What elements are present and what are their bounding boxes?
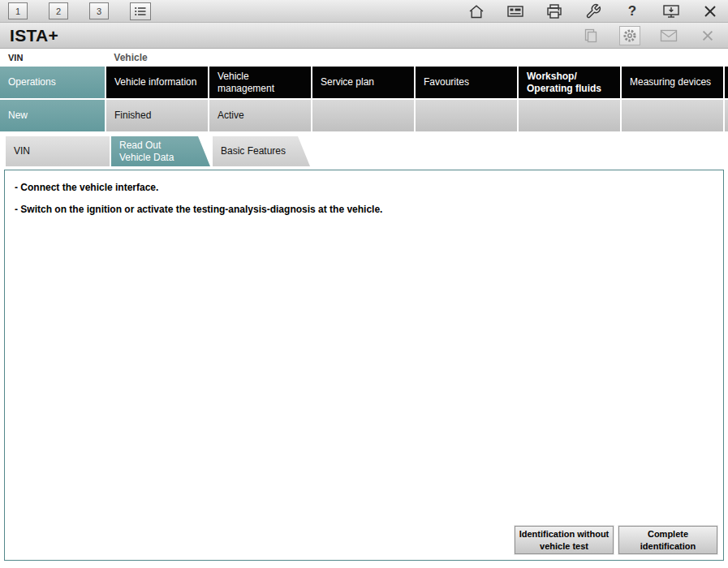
mail-icon[interactable] xyxy=(658,26,679,45)
page-2-button[interactable]: 2 xyxy=(49,2,68,19)
tab-measuring-devices[interactable]: Measuring devices xyxy=(622,67,723,98)
app-title: ISTA+ xyxy=(10,26,58,45)
primary-tab-bar: Operations Vehicle information Vehicle m… xyxy=(0,67,728,98)
close-window-icon[interactable] xyxy=(697,26,718,45)
tab-vehicle-management[interactable]: Vehicle management xyxy=(209,67,311,98)
tab-favourites[interactable]: Favourites xyxy=(416,67,517,98)
gear-icon[interactable] xyxy=(619,26,640,45)
copy-pages-icon[interactable] xyxy=(580,26,601,45)
ista-window: 1 2 3 xyxy=(0,0,728,568)
secondary-tab-empty-4 xyxy=(622,100,723,131)
vin-label: VIN xyxy=(8,53,23,62)
wrench-icon[interactable] xyxy=(584,2,603,21)
instruction-line-1: - Connect the vehicle interface. xyxy=(15,182,713,193)
close-icon[interactable] xyxy=(700,2,720,21)
identification-without-vehicle-test-button[interactable]: Identification without vehicle test xyxy=(515,526,614,554)
secondary-tab-bar: New Finished Active xyxy=(0,100,728,131)
step-tab-bar: VIN Read Out Vehicle Data Basic Features xyxy=(0,136,728,166)
complete-identification-button[interactable]: Complete identification xyxy=(618,526,717,554)
tab-active[interactable]: Active xyxy=(209,100,311,131)
instruction-line-2: - Switch on the ignition or activate the… xyxy=(15,204,713,215)
page-1-button[interactable]: 1 xyxy=(8,2,28,19)
printer-icon[interactable] xyxy=(545,2,564,21)
help-icon[interactable]: ? xyxy=(622,2,642,21)
secondary-tab-empty-3 xyxy=(519,100,620,131)
tab-service-plan[interactable]: Service plan xyxy=(312,67,414,98)
tab-read-out-vehicle-data[interactable]: Read Out Vehicle Data xyxy=(111,136,210,166)
tab-new[interactable]: New xyxy=(0,100,105,131)
context-bar: VIN Vehicle xyxy=(0,49,728,67)
primary-tab-filler xyxy=(725,67,728,98)
tab-vin[interactable]: VIN xyxy=(6,136,110,166)
page-3-button[interactable]: 3 xyxy=(89,2,109,19)
monitor-icon[interactable] xyxy=(661,2,681,21)
secondary-tab-filler xyxy=(725,100,728,131)
screen-keyboard-icon[interactable] xyxy=(506,2,525,21)
titlebar-actions xyxy=(562,26,718,45)
tab-finished[interactable]: Finished xyxy=(106,100,208,131)
tab-basic-features[interactable]: Basic Features xyxy=(213,136,310,166)
tab-operations[interactable]: Operations xyxy=(0,67,105,98)
content-panel: - Connect the vehicle interface. - Switc… xyxy=(4,170,724,561)
list-icon[interactable] xyxy=(130,2,151,20)
vehicle-label: Vehicle xyxy=(114,52,147,63)
secondary-tab-empty-2 xyxy=(416,100,517,131)
tab-workshop-operating-fluids[interactable]: Workshop/ Operating fluids xyxy=(519,67,620,98)
tab-vehicle-information[interactable]: Vehicle information xyxy=(106,67,208,98)
title-bar: ISTA+ xyxy=(0,23,728,49)
top-toolbar: 1 2 3 xyxy=(0,0,728,23)
secondary-tab-empty-1 xyxy=(312,100,414,131)
footer-button-group: Identification without vehicle test Comp… xyxy=(515,526,717,554)
home-icon[interactable] xyxy=(467,2,486,21)
